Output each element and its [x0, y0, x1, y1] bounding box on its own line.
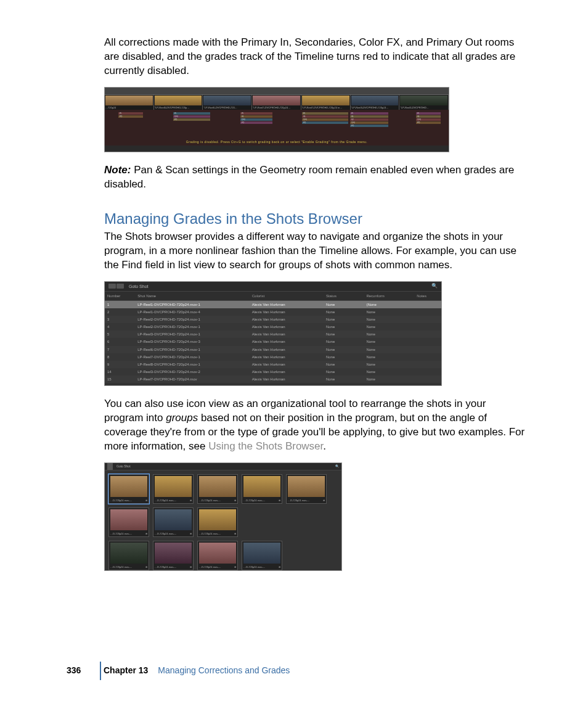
track-bar: PO — [350, 125, 388, 127]
track-bar: PO — [416, 121, 441, 124]
shot-thumbnail — [199, 543, 236, 564]
timeline-clip[interactable]: "LP-Reel7-DVCPROHD-720p24… — [252, 95, 301, 110]
table-cell: LP-Reel7-DVCPROHD-720p24.mov-1 — [135, 353, 250, 361]
table-row[interactable]: 5LP-Reel3-DVCPROHD-720p24.mov-1Alexis Va… — [105, 330, 441, 338]
table-cell: LP-Reel6-DVCPROHD-720p24.mov-1 — [135, 346, 250, 353]
table-cell — [414, 368, 441, 376]
shot-thumbnail — [155, 476, 192, 498]
shot-thumbnail — [110, 543, 147, 564]
column-header[interactable]: Number — [105, 292, 135, 301]
table-cell — [414, 376, 441, 383]
column-header[interactable]: Status — [324, 292, 364, 301]
page-footer: 336 Chapter 13 Managing Corrections and … — [67, 665, 290, 676]
clip-thumbnail — [155, 96, 202, 106]
using-shots-browser-link[interactable]: Using the Shots Browser — [208, 440, 323, 452]
shot-thumbnail-cell[interactable]: …D-720p24.mov-…⊕ — [197, 541, 238, 570]
badge-icon: ⊕ — [145, 565, 147, 568]
badge-icon: ⊕ — [279, 565, 280, 568]
column-header[interactable]: Shot Name — [135, 292, 250, 301]
shot-thumbnail-cell[interactable]: …D-720p24.mov-…⊕ — [197, 474, 238, 504]
shot-thumbnail-cell[interactable]: …D-720p24.mov-…⊕ — [153, 474, 194, 504]
table-cell: 7 — [105, 346, 135, 353]
page-number: 336 — [67, 665, 104, 676]
shot-thumbnail-cell[interactable]: …D-720p24.mov-…⊕ — [108, 474, 149, 504]
table-cell: None — [364, 316, 414, 323]
shot-thumbnail-label: …D-720p24.mov-…⊕ — [198, 498, 237, 503]
p3-part-c: . — [323, 440, 326, 452]
table-row[interactable]: 14LP-Reel3-DVCPROHD-720p24.mov-2Alexis V… — [105, 368, 441, 376]
search-icon-2[interactable]: 🔍 — [335, 464, 339, 469]
section-heading: Managing Grades in the Shots Browser — [104, 209, 526, 229]
track-bar: CFX — [240, 118, 272, 121]
badge-icon: ⊕ — [234, 565, 236, 568]
table-cell: 1 — [105, 300, 135, 308]
shot-thumbnail — [243, 476, 280, 498]
table-row[interactable]: 8LP-Reel7-DVCPROHD-720p24.mov-1Alexis Va… — [105, 353, 441, 361]
shot-thumbnail-cell[interactable]: …D-720p24.mov-…⊕ — [286, 474, 327, 504]
shot-thumbnail-label: …D-720p24.mov-…⊕ — [287, 498, 326, 503]
table-cell: Alexis Van Hurkman — [250, 338, 324, 345]
shot-thumbnail — [155, 509, 192, 531]
icon-view-button[interactable] — [116, 284, 124, 289]
table-row[interactable]: 6LP-Reel3-DVCPROHD-720p24.mov-3Alexis Va… — [105, 338, 441, 345]
track-bar: PO — [240, 121, 272, 124]
table-cell: None — [324, 368, 364, 376]
table-row[interactable]: 15LP-Reel7-DVCPROHD-720p24.movAlexis Van… — [105, 376, 441, 383]
shot-thumbnail — [155, 543, 192, 564]
clip-thumbnail — [253, 96, 300, 106]
clip-thumbnail — [400, 96, 447, 106]
badge-icon: ⊕ — [234, 532, 236, 535]
table-cell: None — [364, 338, 414, 345]
column-header[interactable]: Notes — [414, 292, 441, 301]
icon-grid-topbar: Goto Shot 🔍 — [105, 463, 341, 470]
track-bar: PI — [416, 112, 441, 115]
shot-thumbnail-label: …D-720p24.mov-…⊕ — [153, 565, 193, 569]
table-cell: (None — [364, 300, 414, 308]
track-bar: CFX — [416, 118, 441, 121]
shot-thumbnail-cell[interactable]: …D-720p24.mov-…⊕ — [153, 507, 194, 537]
shot-thumbnail-label: …D-720p24.mov-…⊕ — [198, 565, 237, 569]
shots-list-figure: Goto Shot 🔍 NumberShot NameColoristStatu… — [104, 281, 442, 386]
table-row[interactable]: 4LP-Reel2-DVCPROHD-720p24.mov-1Alexis Va… — [105, 323, 441, 330]
column-header[interactable]: Reconform — [364, 292, 414, 301]
shot-thumbnail-cell[interactable]: …D-720p24.mov-…⊕ — [108, 541, 149, 570]
table-cell: None — [324, 300, 364, 308]
table-row[interactable]: 2LP-Reel1-DVCPROHD-720p24.mov-4Alexis Va… — [105, 308, 441, 316]
timeline-clip[interactable]: "LP-Reel3-DVCPROHD… — [399, 95, 449, 110]
table-cell — [414, 323, 441, 330]
view-mode-buttons-2 — [107, 462, 113, 470]
table-cell: None — [324, 361, 364, 368]
note-paragraph: Note: Pan & Scan settings in the Geometr… — [104, 163, 526, 192]
column-header[interactable]: Colorist — [250, 292, 324, 301]
table-row[interactable]: 1LP-Reel1-DVCPROHD-720p24.mov-1Alexis Va… — [105, 300, 441, 308]
shot-thumbnail-cell[interactable]: …D-720p24.mov-…⊕ — [197, 507, 238, 537]
table-cell: 6 — [105, 338, 135, 345]
table-cell: None — [364, 361, 414, 368]
timeline-figure: …720p24"LP-Reel3-DVCPROHD-720p…"LP-Reel6… — [104, 87, 449, 152]
icon-grid: …D-720p24.mov-…⊕…D-720p24.mov-…⊕…D-720p2… — [105, 470, 341, 571]
badge-icon: ⊕ — [145, 499, 147, 502]
track-bar: S1 — [350, 115, 388, 118]
table-row[interactable]: 9LP-Reel8-DVCPROHD-720p24.mov-1Alexis Va… — [105, 361, 441, 368]
timeline-clip[interactable]: "LP-Reel7-DVCPROHD-720p24 m… — [301, 95, 351, 110]
timeline-clip[interactable]: …720p24 — [105, 95, 154, 110]
note-body: Pan & Scan settings in the Geometry room… — [104, 164, 514, 190]
table-row[interactable]: 7LP-Reel6-DVCPROHD-720p24.mov-1Alexis Va… — [105, 346, 441, 353]
shot-thumbnail-cell[interactable]: …D-720p24.mov-…⊕ — [153, 541, 194, 570]
timeline-clip[interactable]: "LP-Reel6-DVCPROHD-720… — [203, 95, 252, 110]
search-field[interactable]: 🔍 — [431, 283, 438, 290]
shots-table-body: 1LP-Reel1-DVCPROHD-720p24.mov-1Alexis Va… — [105, 300, 441, 383]
icon-view-paragraph: You can also use icon view as an organiz… — [104, 397, 526, 454]
table-cell: LP-Reel3-DVCPROHD-720p24.mov-2 — [135, 368, 250, 376]
shot-thumbnail-cell[interactable]: …D-720p24.mov-…⊕ — [108, 507, 149, 537]
timeline-clip[interactable]: "LP-Reel3-DVCPROHD-720p24… — [351, 95, 400, 110]
list-view-button[interactable] — [108, 284, 116, 289]
intro-paragraph: All corrections made with the Primary In… — [104, 36, 526, 78]
shot-thumbnail-cell[interactable]: …D-720p24.mov-…⊕ — [242, 474, 282, 504]
shot-thumbnail-cell[interactable]: …D-720p24.mov-…⊕ — [242, 541, 282, 570]
shot-thumbnail — [110, 476, 147, 498]
icon-view-button-2[interactable] — [107, 466, 113, 470]
table-row[interactable]: 3LP-Reel2-DVCPROHD-720p24.mov-1Alexis Va… — [105, 316, 441, 323]
table-cell: 3 — [105, 316, 135, 323]
timeline-clip[interactable]: "LP-Reel3-DVCPROHD-720p… — [154, 95, 203, 110]
